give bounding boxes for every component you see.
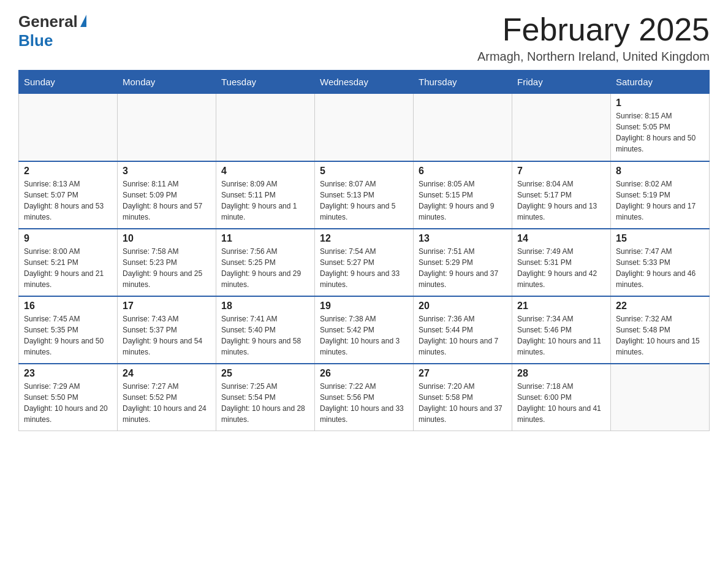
calendar-cell: 22Sunrise: 7:32 AMSunset: 5:48 PMDayligh… (611, 296, 710, 364)
calendar-cell: 9Sunrise: 8:00 AMSunset: 5:21 PMDaylight… (19, 229, 118, 296)
day-number: 18 (221, 301, 309, 312)
day-of-week-header: Tuesday (216, 71, 315, 94)
day-info: Sunrise: 7:47 AMSunset: 5:33 PMDaylight:… (616, 246, 704, 290)
day-number: 10 (123, 233, 211, 244)
calendar-table: SundayMondayTuesdayWednesdayThursdayFrid… (18, 70, 710, 431)
day-number: 27 (419, 368, 507, 379)
calendar-cell: 5Sunrise: 8:07 AMSunset: 5:13 PMDaylight… (315, 161, 414, 229)
calendar-cell: 8Sunrise: 8:02 AMSunset: 5:19 PMDaylight… (611, 161, 710, 229)
day-info: Sunrise: 7:51 AMSunset: 5:29 PMDaylight:… (419, 246, 507, 290)
calendar-cell: 11Sunrise: 7:56 AMSunset: 5:25 PMDayligh… (216, 229, 315, 296)
day-info: Sunrise: 7:27 AMSunset: 5:52 PMDaylight:… (123, 381, 211, 425)
calendar-cell: 1Sunrise: 8:15 AMSunset: 5:05 PMDaylight… (611, 94, 710, 161)
calendar-cell: 19Sunrise: 7:38 AMSunset: 5:42 PMDayligh… (315, 296, 414, 364)
day-number: 22 (616, 301, 704, 312)
day-info: Sunrise: 8:11 AMSunset: 5:09 PMDaylight:… (123, 178, 211, 223)
day-number: 5 (320, 166, 408, 177)
calendar-cell: 2Sunrise: 8:13 AMSunset: 5:07 PMDaylight… (19, 161, 118, 229)
day-number: 28 (517, 368, 605, 379)
page-header: GeneralBlue February 2025 Armagh, Northe… (18, 12, 710, 64)
day-info: Sunrise: 7:45 AMSunset: 5:35 PMDaylight:… (24, 313, 112, 358)
day-info: Sunrise: 8:15 AMSunset: 5:05 PMDaylight:… (616, 110, 704, 155)
calendar-week-row: 9Sunrise: 8:00 AMSunset: 5:21 PMDaylight… (19, 229, 710, 296)
day-number: 3 (123, 166, 211, 177)
day-info: Sunrise: 8:09 AMSunset: 5:11 PMDaylight:… (221, 178, 309, 223)
calendar-cell: 24Sunrise: 7:27 AMSunset: 5:52 PMDayligh… (118, 364, 216, 431)
day-info: Sunrise: 7:36 AMSunset: 5:44 PMDaylight:… (419, 313, 507, 358)
day-info: Sunrise: 7:22 AMSunset: 5:56 PMDaylight:… (320, 381, 408, 425)
calendar-cell: 18Sunrise: 7:41 AMSunset: 5:40 PMDayligh… (216, 296, 315, 364)
calendar-cell: 21Sunrise: 7:34 AMSunset: 5:46 PMDayligh… (512, 296, 611, 364)
location-title: Armagh, Northern Ireland, United Kingdom (477, 50, 710, 64)
calendar-cell: 12Sunrise: 7:54 AMSunset: 5:27 PMDayligh… (315, 229, 414, 296)
day-info: Sunrise: 7:34 AMSunset: 5:46 PMDaylight:… (517, 313, 605, 358)
day-number: 24 (123, 368, 211, 379)
day-number: 7 (517, 166, 605, 177)
month-title: February 2025 (477, 12, 710, 47)
day-info: Sunrise: 7:54 AMSunset: 5:27 PMDaylight:… (320, 246, 408, 290)
day-number: 17 (123, 301, 211, 312)
day-info: Sunrise: 7:18 AMSunset: 6:00 PMDaylight:… (517, 381, 605, 425)
day-number: 15 (616, 233, 704, 244)
day-info: Sunrise: 8:04 AMSunset: 5:17 PMDaylight:… (517, 178, 605, 223)
calendar-cell (315, 94, 414, 161)
calendar-cell: 27Sunrise: 7:20 AMSunset: 5:58 PMDayligh… (414, 364, 512, 431)
day-of-week-header: Monday (118, 71, 216, 94)
calendar-cell: 25Sunrise: 7:25 AMSunset: 5:54 PMDayligh… (216, 364, 315, 431)
calendar-cell: 3Sunrise: 8:11 AMSunset: 5:09 PMDaylight… (118, 161, 216, 229)
day-number: 14 (517, 233, 605, 244)
day-number: 20 (419, 301, 507, 312)
calendar-cell: 26Sunrise: 7:22 AMSunset: 5:56 PMDayligh… (315, 364, 414, 431)
day-info: Sunrise: 7:25 AMSunset: 5:54 PMDaylight:… (221, 381, 309, 425)
day-number: 12 (320, 233, 408, 244)
day-info: Sunrise: 7:29 AMSunset: 5:50 PMDaylight:… (24, 381, 112, 425)
day-info: Sunrise: 8:13 AMSunset: 5:07 PMDaylight:… (24, 178, 112, 223)
day-number: 19 (320, 301, 408, 312)
day-number: 1 (616, 98, 704, 109)
calendar-cell (19, 94, 118, 161)
day-info: Sunrise: 7:49 AMSunset: 5:31 PMDaylight:… (517, 246, 605, 290)
logo-general-text: General (18, 12, 78, 31)
day-number: 25 (221, 368, 309, 379)
day-info: Sunrise: 8:05 AMSunset: 5:15 PMDaylight:… (419, 178, 507, 223)
calendar-week-row: 16Sunrise: 7:45 AMSunset: 5:35 PMDayligh… (19, 296, 710, 364)
day-of-week-header: Sunday (19, 71, 118, 94)
day-of-week-header: Friday (512, 71, 611, 94)
calendar-header-row: SundayMondayTuesdayWednesdayThursdayFrid… (19, 71, 710, 94)
day-info: Sunrise: 7:41 AMSunset: 5:40 PMDaylight:… (221, 313, 309, 358)
calendar-cell: 20Sunrise: 7:36 AMSunset: 5:44 PMDayligh… (414, 296, 512, 364)
calendar-cell: 14Sunrise: 7:49 AMSunset: 5:31 PMDayligh… (512, 229, 611, 296)
calendar-cell: 13Sunrise: 7:51 AMSunset: 5:29 PMDayligh… (414, 229, 512, 296)
day-info: Sunrise: 8:02 AMSunset: 5:19 PMDaylight:… (616, 178, 704, 223)
calendar-cell: 10Sunrise: 7:58 AMSunset: 5:23 PMDayligh… (118, 229, 216, 296)
calendar-week-row: 2Sunrise: 8:13 AMSunset: 5:07 PMDaylight… (19, 161, 710, 229)
day-info: Sunrise: 7:43 AMSunset: 5:37 PMDaylight:… (123, 313, 211, 358)
day-number: 9 (24, 233, 112, 244)
day-info: Sunrise: 7:58 AMSunset: 5:23 PMDaylight:… (123, 246, 211, 290)
day-number: 8 (616, 166, 704, 177)
day-of-week-header: Thursday (414, 71, 512, 94)
day-number: 2 (24, 166, 112, 177)
title-area: February 2025 Armagh, Northern Ireland, … (477, 12, 710, 64)
day-number: 11 (221, 233, 309, 244)
day-of-week-header: Saturday (611, 71, 710, 94)
calendar-cell (118, 94, 216, 161)
day-info: Sunrise: 8:00 AMSunset: 5:21 PMDaylight:… (24, 246, 112, 290)
calendar-cell: 4Sunrise: 8:09 AMSunset: 5:11 PMDaylight… (216, 161, 315, 229)
day-info: Sunrise: 8:07 AMSunset: 5:13 PMDaylight:… (320, 178, 408, 223)
day-info: Sunrise: 7:38 AMSunset: 5:42 PMDaylight:… (320, 313, 408, 358)
logo-triangle-icon (80, 15, 86, 27)
calendar-cell: 28Sunrise: 7:18 AMSunset: 6:00 PMDayligh… (512, 364, 611, 431)
calendar-cell (512, 94, 611, 161)
calendar-cell: 7Sunrise: 8:04 AMSunset: 5:17 PMDaylight… (512, 161, 611, 229)
calendar-cell (216, 94, 315, 161)
calendar-cell: 16Sunrise: 7:45 AMSunset: 5:35 PMDayligh… (19, 296, 118, 364)
calendar-week-row: 1Sunrise: 8:15 AMSunset: 5:05 PMDaylight… (19, 94, 710, 161)
day-number: 16 (24, 301, 112, 312)
calendar-cell: 15Sunrise: 7:47 AMSunset: 5:33 PMDayligh… (611, 229, 710, 296)
day-number: 6 (419, 166, 507, 177)
day-info: Sunrise: 7:56 AMSunset: 5:25 PMDaylight:… (221, 246, 309, 290)
calendar-cell: 23Sunrise: 7:29 AMSunset: 5:50 PMDayligh… (19, 364, 118, 431)
calendar-cell: 6Sunrise: 8:05 AMSunset: 5:15 PMDaylight… (414, 161, 512, 229)
day-number: 21 (517, 301, 605, 312)
